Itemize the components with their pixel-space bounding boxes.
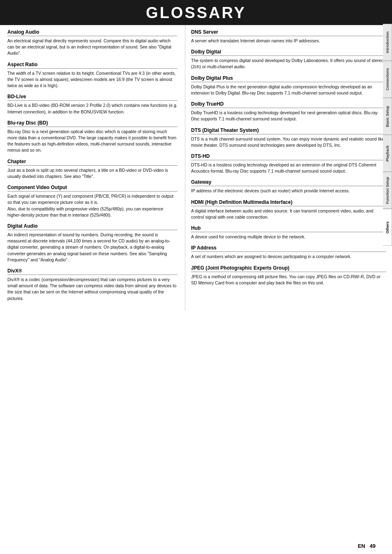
term-dns-server: DNS ServerA server which translates Inte…: [191, 29, 386, 44]
term-dolby-truehd: Dolby TrueHDDolby TrueHD is a lossless c…: [191, 101, 386, 122]
sidebar-tabs: IntroductionConnectionsBasic SetupPlayba…: [383, 24, 392, 246]
term-body-jpeg: JPEG is a method of compressing still pi…: [191, 274, 386, 286]
term-title-hdmi: HDMI (High Definition Multimedia Interfa…: [191, 199, 386, 206]
term-dts: DTS (Digital Theater System)DTS is a mul…: [191, 127, 386, 148]
term-body-dts-hd: DTS-HD is a lossless coding technology d…: [191, 162, 386, 174]
sidebar-tab-others[interactable]: Others: [383, 209, 392, 246]
term-body-chapter: Just as a book is split up into several …: [7, 167, 178, 180]
term-title-divx: DivX®: [7, 268, 178, 275]
term-title-component-video-output: Component Video Output: [7, 185, 178, 192]
term-body-hub: A device used for connecting multiple de…: [191, 234, 386, 240]
left-column: Analog AudioAn electrical signal that di…: [0, 25, 185, 311]
term-title-chapter: Chapter: [7, 159, 178, 166]
term-body-gateway: IP address of the electronic devices (su…: [191, 188, 386, 194]
sidebar-tab-function-setup[interactable]: Function Setup: [383, 172, 392, 209]
sidebar-tab-playback[interactable]: Playback: [383, 135, 392, 172]
sidebar-tab-connections[interactable]: Connections: [383, 61, 392, 98]
term-body-dolby-truehd: Dolby TrueHD is a lossless coding techno…: [191, 110, 386, 122]
term-body-hdmi: A digital interface between audio and vi…: [191, 208, 386, 220]
footer-page: 49: [370, 543, 376, 549]
term-hub: HubA device used for connecting multiple…: [191, 225, 386, 240]
term-title-jpeg: JPEG (Joint Photographic Experts Group): [191, 265, 386, 272]
term-body-divx: DivX® is a codec (compression/decompress…: [7, 277, 178, 302]
term-title-gateway: Gateway: [191, 179, 386, 186]
term-title-dolby-truehd: Dolby TrueHD: [191, 101, 386, 108]
term-title-aspect-ratio: Aspect Ratio: [7, 62, 178, 69]
term-title-analog-audio: Analog Audio: [7, 29, 178, 36]
term-title-blu-ray-disc: Blu-ray Disc (BD): [7, 120, 178, 127]
term-title-bd-live: BD-Live: [7, 94, 178, 101]
term-title-ip-address: IP Address: [191, 245, 386, 252]
term-chapter: ChapterJust as a book is split up into s…: [7, 159, 178, 180]
term-title-hub: Hub: [191, 225, 386, 232]
term-body-dns-server: A server which translates Internet domai…: [191, 38, 386, 44]
term-digital-audio: Digital AudioAn indirect representation …: [7, 223, 178, 263]
term-body-bd-live: BD-Live is a BD-video (BD-ROM version 2 …: [7, 102, 178, 115]
page-header: GLOSSARY: [0, 0, 392, 25]
sidebar-tab-basic-setup[interactable]: Basic Setup: [383, 98, 392, 135]
term-jpeg: JPEG (Joint Photographic Experts Group)J…: [191, 265, 386, 286]
term-dts-hd: DTS-HDDTS-HD is a lossless coding techno…: [191, 153, 386, 174]
footer-en: EN: [358, 543, 365, 549]
term-body-dts: DTS is a multi channel surround sound sy…: [191, 136, 386, 148]
term-body-analog-audio: An electrical signal that directly repre…: [7, 38, 178, 57]
page-title: GLOSSARY: [0, 4, 392, 22]
term-body-aspect-ratio: The width of a TV screen relative to its…: [7, 70, 178, 89]
term-title-dts: DTS (Digital Theater System): [191, 127, 386, 134]
term-body-dolby-digital-plus: Dolby Digital Plus is the next generatio…: [191, 84, 386, 96]
term-analog-audio: Analog AudioAn electrical signal that di…: [7, 29, 178, 57]
term-title-dolby-digital-plus: Dolby Digital Plus: [191, 75, 386, 82]
term-body-dolby-digital: The system to compress digital sound dev…: [191, 58, 386, 70]
term-gateway: GatewayIP address of the electronic devi…: [191, 179, 386, 194]
sidebar-tab-introduction[interactable]: Introduction: [383, 24, 392, 61]
term-title-dolby-digital: Dolby Digital: [191, 49, 386, 56]
term-dolby-digital-plus: Dolby Digital PlusDolby Digital Plus is …: [191, 75, 386, 96]
main-content: Analog AudioAn electrical signal that di…: [0, 25, 392, 311]
term-hdmi: HDMI (High Definition Multimedia Interfa…: [191, 199, 386, 220]
term-title-dts-hd: DTS-HD: [191, 153, 386, 160]
page-footer: EN 49: [358, 543, 376, 549]
term-component-video-output: Component Video OutputEach signal of lum…: [7, 185, 178, 218]
term-body-digital-audio: An indirect representation of sound by n…: [7, 232, 178, 263]
term-blu-ray-disc: Blu-ray Disc (BD)Blu-ray Disc is a next …: [7, 120, 178, 154]
term-divx: DivX®DivX® is a codec (compression/decom…: [7, 268, 178, 302]
term-ip-address: IP AddressA set of numbers which are ass…: [191, 245, 386, 260]
term-body-blu-ray-disc: Blu-ray Disc is a next generation optica…: [7, 129, 178, 154]
right-column: DNS ServerA server which translates Inte…: [185, 25, 392, 311]
term-body-component-video-output: Each signal of luminance (Y) and compone…: [7, 193, 178, 218]
term-aspect-ratio: Aspect RatioThe width of a TV screen rel…: [7, 62, 178, 89]
term-title-digital-audio: Digital Audio: [7, 223, 178, 230]
term-dolby-digital: Dolby DigitalThe system to compress digi…: [191, 49, 386, 70]
term-title-dns-server: DNS Server: [191, 29, 386, 36]
term-body-ip-address: A set of numbers which are assigned to d…: [191, 254, 386, 260]
term-bd-live: BD-LiveBD-Live is a BD-video (BD-ROM ver…: [7, 94, 178, 115]
